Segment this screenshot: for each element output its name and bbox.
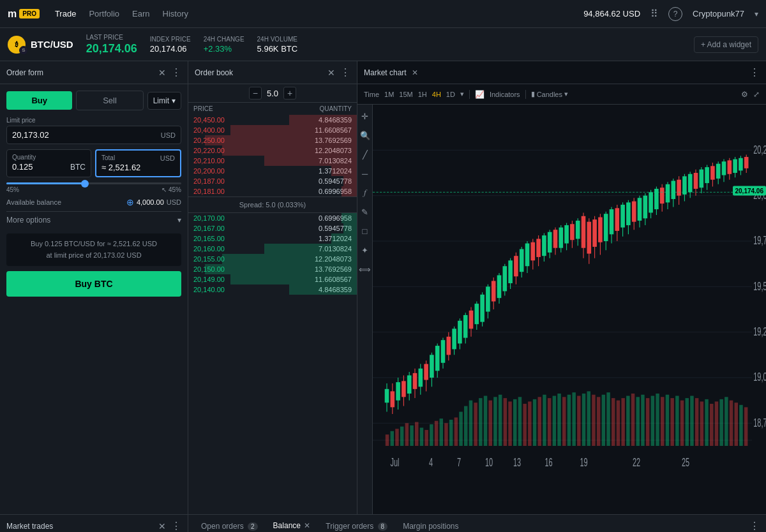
svg-rect-99 [385,389,389,403]
ticker-pair-symbol[interactable]: BTC/USD [31,39,73,50]
chart-tf-1d[interactable]: 1D [446,91,455,98]
fibonacci-tool[interactable]: 𝑓 [359,186,372,199]
svg-rect-75 [636,397,640,446]
magnet-tool[interactable]: ✦ [359,244,372,256]
nav-username[interactable]: Cryptopunk77 [693,9,744,18]
total-label: Total USD [101,154,175,161]
ob-bid-7[interactable]: 20,149.0011.6608567 [188,274,357,284]
order-form-close[interactable]: ✕ [158,68,166,78]
balance-panel-menu[interactable]: ⋮ [749,520,760,532]
svg-rect-183 [620,205,625,228]
indicators-btn[interactable]: Indicators [490,91,520,98]
crosshair-tool[interactable]: ✛ [359,110,372,122]
order-form-title: Order form [6,68,43,77]
ob-bid-4[interactable]: 20,160.007.0130824 [188,244,357,254]
svg-rect-115 [430,355,434,378]
svg-rect-34 [435,421,439,446]
chart-close[interactable]: ✕ [412,68,418,77]
order-type-selector[interactable]: Limit ▾ [147,92,181,110]
chart-menu-icon[interactable]: ⋮ [749,66,760,78]
tab-balance[interactable]: Balance ✕ [267,517,317,533]
svg-rect-141 [503,266,507,291]
shape-tool[interactable]: □ [359,225,372,237]
chart-settings-icon[interactable]: ⚙ [741,90,748,99]
chart-tf-chevron[interactable]: ▾ [460,90,464,98]
svg-rect-38 [454,417,458,446]
balance-close[interactable]: ✕ [304,521,310,530]
add-widget-btn[interactable]: + Add a widget [694,36,758,53]
annotation-tool[interactable]: ✎ [359,205,372,218]
ob-bid-8[interactable]: 20,140.004.8468359 [188,284,357,295]
measure-tool[interactable]: ⟺ [359,263,372,276]
nav-grid-icon[interactable]: ⠿ [650,8,658,20]
available-currency: USD [167,198,181,206]
ob-ask-1[interactable]: 20,450.004.8468359 [188,115,357,125]
spread-minus-btn[interactable]: − [249,87,262,100]
ob-bid-2[interactable]: 20,167.000.5945778 [188,223,357,233]
chart-tf-1m[interactable]: 1M [384,91,394,98]
svg-rect-203 [677,180,681,196]
zoom-in-tool[interactable]: 🔍 [359,129,372,142]
nav-user-chevron[interactable]: ▾ [755,10,758,18]
nav-balance: 94,864.62 USD [583,9,640,18]
svg-rect-27 [400,427,404,446]
ob-ask-4[interactable]: 20,220.0012.2048073 [188,145,357,156]
tab-margin-positions[interactable]: Margin positions [396,518,465,533]
mt-close[interactable]: ✕ [158,521,166,531]
buy-tab[interactable]: Buy [6,91,72,110]
change-value: +2.33% [204,44,244,54]
tab-trigger-orders[interactable]: Trigger orders 8 [319,518,394,533]
chart-tf-1h[interactable]: 1H [418,91,427,98]
chart-expand-icon[interactable]: ⤢ [753,90,760,99]
quantity-input[interactable] [12,162,70,172]
svg-rect-41 [469,401,473,446]
ob-ask-6[interactable]: 20,200.001.3712024 [188,166,357,176]
ob-bid-6[interactable]: 20,150.0013.7692569 [188,264,357,274]
ob-ask-7[interactable]: 20,187.000.5945778 [188,176,357,186]
buy-btc-button[interactable]: Buy BTC [6,271,181,297]
svg-rect-97 [744,407,748,446]
svg-rect-30 [415,422,419,446]
mt-menu[interactable]: ⋮ [171,520,181,532]
slider-percent: 45% [6,186,19,193]
ob-ask-2[interactable]: 20,400.0011.6608567 [188,125,357,135]
tab-open-orders[interactable]: Open orders 2 [195,518,264,533]
chart-tf-15m[interactable]: 15M [399,91,412,98]
order-book-close[interactable]: ✕ [327,68,335,78]
svg-text:19,250: 19,250 [753,325,766,337]
order-form-menu[interactable]: ⋮ [171,66,181,78]
nav-help-btn[interactable]: ? [668,7,682,21]
horizontal-line-tool[interactable]: ─ [359,167,372,180]
svg-rect-181 [615,208,620,231]
more-options-row[interactable]: More options ▾ [6,211,181,228]
spread-plus-btn[interactable]: + [283,87,296,100]
quantity-slider-thumb[interactable] [81,180,89,188]
nav-history[interactable]: History [163,9,188,18]
ob-bid-5[interactable]: 20,155.0012.2048073 [188,254,357,264]
svg-rect-149 [525,244,530,267]
svg-rect-69 [606,392,610,446]
chart-time-label[interactable]: Time [364,91,379,98]
ob-ask-3[interactable]: 20,250.0013.7692569 [188,135,357,145]
nav-portfolio[interactable]: Portfolio [89,9,119,18]
svg-rect-79 [656,394,659,446]
ob-ask-5[interactable]: 20,210.007.0130824 [188,156,357,166]
limit-price-input[interactable] [12,130,143,140]
svg-rect-45 [489,401,493,446]
svg-text:13: 13 [513,456,521,468]
logo-pro: PRO [19,9,40,18]
available-plus-icon[interactable]: ⊕ [126,197,134,207]
svg-rect-153 [536,239,541,257]
svg-rect-60 [562,397,566,446]
candles-btn[interactable]: ▮ Candles ▾ [531,90,568,98]
last-price-label: LAST PRICE [86,34,137,41]
draw-line-tool[interactable]: ╱ [359,148,372,161]
sell-tab[interactable]: Sell [76,91,143,110]
ob-bid-3[interactable]: 20,165.001.3712024 [188,233,357,244]
nav-trade[interactable]: Trade [55,9,76,18]
ob-ask-8[interactable]: 20,181.000.6996958 [188,186,357,196]
nav-earn[interactable]: Earn [132,9,149,18]
chart-tf-4h[interactable]: 4H [432,91,441,98]
order-book-menu[interactable]: ⋮ [340,66,350,78]
ob-bid-1[interactable]: 20,170.000.6996958 [188,213,357,223]
